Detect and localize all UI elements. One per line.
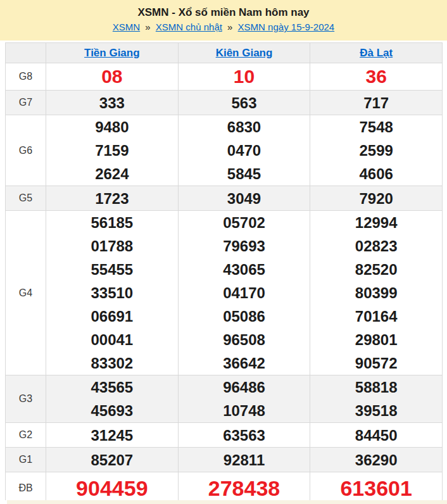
- results-table-header: Tiền Giang Kiên Giang Đà Lạt: [6, 43, 443, 63]
- prize-value: 278438: [179, 472, 310, 504]
- prize-value: 10748: [179, 399, 310, 422]
- prize-label: ĐB: [6, 472, 46, 504]
- prize-value: 4606: [310, 162, 442, 186]
- prize-value: 9480: [46, 115, 178, 139]
- prize-label: G3: [6, 375, 46, 423]
- breadcrumb: XSMN » XSMN chủ nhật » XSMN ngày 15-9-20…: [0, 22, 447, 32]
- prize-label: G4: [6, 211, 46, 375]
- prize-value: 96486: [179, 375, 310, 399]
- prize-value: 80399: [310, 281, 442, 305]
- prize-value: 12994: [310, 211, 442, 234]
- column-header-link-tien-giang[interactable]: Tiền Giang: [84, 47, 140, 59]
- prize-label: G5: [6, 186, 46, 211]
- table-row: G7333563717: [6, 91, 443, 115]
- prize-value: 85207: [46, 448, 178, 472]
- table-row: G456185017885545533510066910004183302057…: [6, 211, 443, 375]
- results-tbody: G8081036G7333563717G69480715926246830047…: [6, 63, 443, 504]
- prize-values-cell: 754825994606: [310, 115, 443, 186]
- prize-label: G8: [6, 63, 46, 91]
- prize-value: 10: [179, 63, 310, 90]
- prize-label: G6: [6, 115, 46, 186]
- prize-values-cell: 31245: [46, 423, 179, 448]
- prize-values-cell: 333: [46, 91, 179, 115]
- column-header-da-lat: Đà Lạt: [310, 43, 443, 63]
- prize-value: 6830: [179, 115, 310, 139]
- prize-values-cell: 10: [178, 63, 310, 91]
- page: XSMN - Xổ số miền Nam hôm nay XSMN » XSM…: [0, 0, 447, 504]
- prize-value: 36: [310, 63, 442, 90]
- column-header-link-da-lat[interactable]: Đà Lạt: [360, 47, 393, 59]
- prize-values-cell: 85207: [46, 448, 179, 472]
- prize-value: 04170: [179, 281, 310, 305]
- prize-values-cell: 05702796934306504170050869650836642: [178, 211, 310, 375]
- column-header-kien-giang: Kiên Giang: [178, 43, 310, 63]
- table-row: G5172330497920: [6, 186, 443, 211]
- prize-value: 563: [179, 91, 310, 115]
- breadcrumb-link-xsmn-chu-nhat[interactable]: XSMN chủ nhật: [156, 22, 222, 32]
- prize-value: 06691: [46, 305, 178, 328]
- prize-label: G2: [6, 423, 46, 448]
- prize-value: 02823: [310, 234, 442, 258]
- prize-value: 5845: [179, 162, 310, 186]
- prize-value: 00041: [46, 328, 178, 351]
- column-header-tien-giang: Tiền Giang: [46, 43, 179, 63]
- prize-values-cell: 9648610748: [178, 375, 310, 423]
- prize-value: 7920: [310, 187, 442, 210]
- prize-value: 83302: [46, 351, 178, 375]
- prize-values-cell: 948071592624: [46, 115, 179, 186]
- prize-value: 70164: [310, 305, 442, 328]
- prize-value: 96508: [179, 328, 310, 351]
- prize-value: 29801: [310, 328, 442, 351]
- prize-value: 2599: [310, 139, 442, 162]
- column-header-link-kien-giang[interactable]: Kiên Giang: [216, 47, 273, 59]
- breadcrumb-link-xsmn[interactable]: XSMN: [113, 22, 140, 32]
- table-row: G8081036: [6, 63, 443, 91]
- prize-value: 84450: [310, 424, 442, 447]
- prize-value: 56185: [46, 211, 178, 234]
- table-row: G2312456356384450: [6, 423, 443, 448]
- prize-value: 1723: [46, 187, 178, 210]
- prize-value: 33510: [46, 281, 178, 305]
- prize-value: 904459: [46, 472, 178, 504]
- prize-values-cell: 36290: [310, 448, 443, 472]
- prize-values-cell: 613601: [310, 472, 443, 504]
- prize-value: 43065: [179, 258, 310, 281]
- prize-values-cell: 36: [310, 63, 443, 91]
- prize-values-cell: 3049: [178, 186, 310, 211]
- prize-value: 01788: [46, 234, 178, 258]
- prize-value: 45693: [46, 399, 178, 422]
- prize-values-cell: 278438: [178, 472, 310, 504]
- prize-values-cell: 563: [178, 91, 310, 115]
- prize-value: 08: [46, 63, 178, 90]
- prize-values-cell: 63563: [178, 423, 310, 448]
- breadcrumb-separator: »: [145, 22, 150, 32]
- prize-values-cell: 84450: [310, 423, 443, 448]
- prize-value: 36642: [179, 351, 310, 375]
- prize-value: 0470: [179, 139, 310, 162]
- prize-value: 05702: [179, 211, 310, 234]
- prize-values-cell: 717: [310, 91, 443, 115]
- prize-value: 7159: [46, 139, 178, 162]
- prize-label: G7: [6, 91, 46, 115]
- prize-values-cell: 92811: [178, 448, 310, 472]
- prize-values-cell: 904459: [46, 472, 179, 504]
- prize-value: 82520: [310, 258, 442, 281]
- prize-value: 58818: [310, 375, 442, 399]
- prize-value: 39518: [310, 399, 442, 422]
- prize-values-cell: 4356545693: [46, 375, 179, 423]
- table-row: G3435654569396486107485881839518: [6, 375, 443, 423]
- prize-values-cell: 12994028238252080399701642980190572: [310, 211, 443, 375]
- breadcrumb-link-xsmn-ngay[interactable]: XSMN ngày 15-9-2024: [238, 22, 335, 32]
- prize-value: 92811: [179, 448, 310, 472]
- prize-value: 333: [46, 91, 178, 115]
- prize-value: 05086: [179, 305, 310, 328]
- prize-values-cell: 7920: [310, 186, 443, 211]
- table-row: G1852079281136290: [6, 448, 443, 472]
- table-row: G6948071592624683004705845754825994606: [6, 115, 443, 186]
- prize-values-cell: 1723: [46, 186, 179, 211]
- prize-value: 43565: [46, 375, 178, 399]
- results-table: Tiền Giang Kiên Giang Đà Lạt G8081036G73…: [5, 42, 443, 504]
- prize-values-cell: 56185017885545533510066910004183302: [46, 211, 179, 375]
- next-section-strip: [0, 500, 447, 504]
- prize-column-header: [6, 43, 46, 63]
